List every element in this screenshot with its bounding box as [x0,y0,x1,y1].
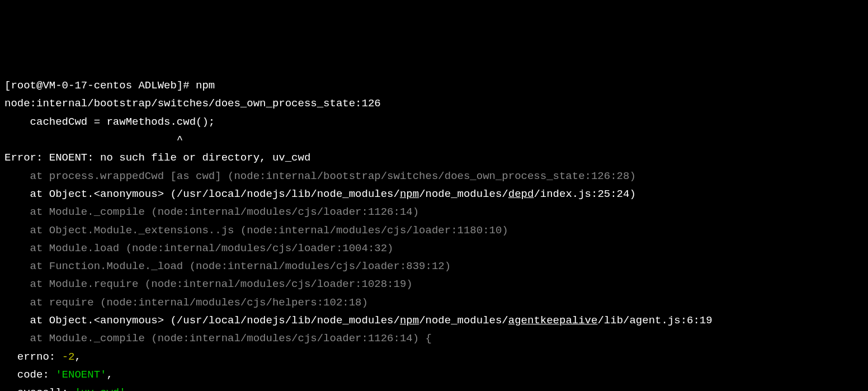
syscall-line: syscall: 'uv_cwd' [4,384,864,391]
code-line: code: 'ENOENT', [4,366,864,384]
errno-label: errno: [4,351,62,363]
caret-pointer: ^ [4,131,864,149]
trace-source: node:internal/bootstrap/switches/does_ow… [4,95,864,112]
prompt-line-1: [root@VM-0-17-centos ADLWeb]# npm [4,77,864,95]
code-label: code: [4,369,55,381]
errno-value: -2 [62,351,75,363]
typed-command: npm [196,79,215,92]
prompt-text: [root@VM-0-17-centos ADLWeb]# [4,79,196,92]
code-context-line: cachedCwd = rawMethods.cwd(); [4,113,864,131]
stack-frame: at Object.<anonymous> (/usr/local/nodejs… [4,185,864,203]
error-message: Error: ENOENT: no such file or directory… [4,149,864,167]
terminal[interactable]: [root@VM-0-17-centos ADLWeb]# npmnode:in… [4,77,864,391]
errno-line: errno: -2, [4,348,864,366]
stack-frame: at Module.load (node:internal/modules/cj… [4,239,864,257]
stack-frame: at Function.Module._load (node:internal/… [4,257,864,275]
stack-frame: at Module._compile (node:internal/module… [4,203,864,221]
stack-frame: at Object.<anonymous> (/usr/local/nodejs… [4,312,864,329]
syscall-value: 'uv_cwd' [74,387,125,391]
code-value: 'ENOENT' [55,369,106,381]
stack-frame: at Module._compile (node:internal/module… [4,329,864,347]
syscall-label: syscall: [4,387,74,391]
stack-frame: at require (node:internal/modules/cjs/he… [4,294,864,312]
stack-frame: at Object.Module._extensions..js (node:i… [4,222,864,239]
stack-frame: at process.wrappedCwd [as cwd] (node:int… [4,167,864,185]
stack-frame: at Module.require (node:internal/modules… [4,275,864,293]
